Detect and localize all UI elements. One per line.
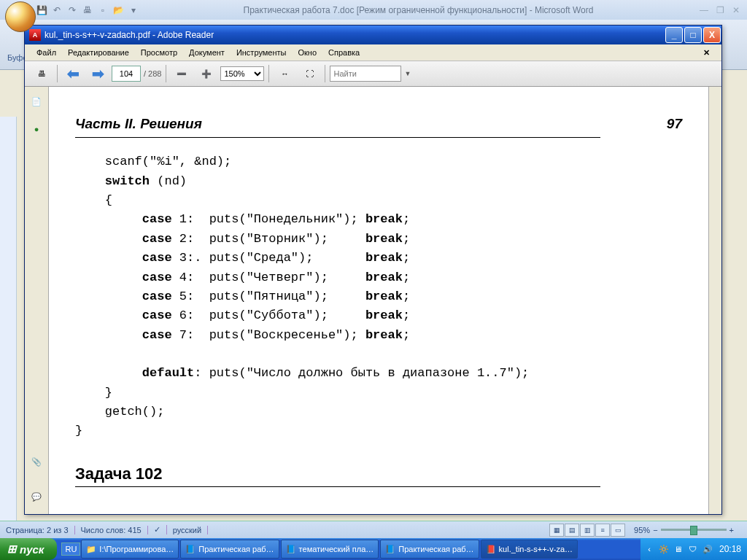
word-titlebar: 💾 ↶ ↷ 🖶 ▫ 📂 ▾ Практическая работа 7.doc …: [0, 0, 747, 20]
tray-volume-icon[interactable]: 🔊: [702, 543, 713, 555]
open-icon[interactable]: 📂: [112, 4, 125, 17]
language-indicator[interactable]: RU: [61, 542, 80, 556]
adobe-titlebar[interactable]: A kul._tin-s-s++-v-zadach.pdf - Adobe Re…: [25, 26, 721, 44]
vertical-ruler: [0, 117, 17, 521]
view-outline[interactable]: ≡: [595, 524, 610, 537]
taskbar-item-adobe[interactable]: 📕kul._tin-s-s++-v-za…: [481, 540, 578, 559]
redo-icon[interactable]: ↷: [66, 4, 79, 17]
view-full-reading[interactable]: ▤: [565, 524, 579, 537]
tray-icon-1[interactable]: 🔆: [658, 543, 670, 555]
taskbar-item-explorer[interactable]: 📁I:\Программирова…: [81, 540, 179, 559]
current-page-input[interactable]: [112, 66, 141, 82]
adobe-nav-panel: 📄 ● 📎 💬: [25, 87, 49, 514]
print-icon[interactable]: 🖶: [81, 4, 94, 17]
windows-taskbar: ⊞пуск RU 📁I:\Программирова… 📘Практическа…: [0, 538, 747, 560]
system-tray: ‹ 🔆 🖥 🛡 🔊 20:18: [640, 538, 747, 560]
pdf-page: Часть II. Решения 97 scanf("%i", &nd); s…: [49, 87, 708, 514]
adobe-menubar: Файл Редактирование Просмотр Документ Ин…: [25, 44, 721, 61]
adobe-maximize-button[interactable]: □: [684, 27, 702, 43]
find-input[interactable]: [330, 66, 401, 82]
zoom-out-button[interactable]: ➖: [171, 63, 193, 85]
attachments-icon[interactable]: 📎: [29, 454, 44, 469]
undo-icon[interactable]: ↶: [50, 4, 63, 17]
zoom-slider[interactable]: [661, 529, 727, 531]
save-icon[interactable]: 💾: [35, 4, 48, 17]
zoom-out-button[interactable]: −: [653, 526, 657, 534]
document-viewport[interactable]: Часть II. Решения 97 scanf("%i", &nd); s…: [49, 87, 708, 514]
view-print-layout[interactable]: ▦: [549, 524, 564, 537]
zoom-select[interactable]: 150%: [220, 66, 264, 81]
word-maximize-button[interactable]: ❐: [713, 4, 727, 16]
separator: [325, 65, 325, 82]
menu-file[interactable]: Файл: [31, 46, 62, 59]
next-page-button[interactable]: ➡: [87, 63, 109, 85]
tray-clock[interactable]: 20:18: [719, 544, 741, 554]
zoom-percent[interactable]: 95%: [634, 526, 650, 534]
help-panel-icon[interactable]: ●: [29, 122, 44, 136]
adobe-reader-window: A kul._tin-s-s++-v-zadach.pdf - Adobe Re…: [24, 25, 722, 515]
menu-window[interactable]: Окно: [292, 46, 322, 59]
status-page[interactable]: Страница: 2 из 3: [0, 526, 75, 534]
print-button[interactable]: 🖶: [31, 63, 53, 85]
fit-page-button[interactable]: ⛶: [298, 63, 320, 85]
tray-expand-icon[interactable]: ‹: [643, 543, 655, 555]
separator: [57, 65, 58, 82]
separator: [166, 65, 166, 82]
tray-icon-2[interactable]: 🖥: [673, 543, 684, 555]
word-close-button[interactable]: ✕: [729, 4, 743, 16]
menu-tools[interactable]: Инструменты: [231, 46, 293, 59]
qat-dropdown-icon[interactable]: ▾: [127, 4, 140, 17]
adobe-window-title: kul._tin-s-s++-v-zadach.pdf - Adobe Read…: [44, 30, 214, 40]
status-words[interactable]: Число слов: 415: [75, 526, 148, 534]
new-icon[interactable]: ▫: [96, 4, 109, 17]
tray-icon-3[interactable]: 🛡: [687, 543, 699, 555]
pages-panel-icon[interactable]: 📄: [29, 94, 44, 109]
vertical-scrollbar[interactable]: [708, 87, 721, 514]
taskbar-item-word-1[interactable]: 📘Практическая раб…: [180, 540, 279, 559]
menu-help[interactable]: Справка: [322, 46, 365, 59]
task-title: Задача 102: [75, 462, 682, 486]
code-block: scanf("%i", &nd); switch (nd) { case 1: …: [75, 152, 682, 440]
menu-view[interactable]: Просмотр: [135, 46, 183, 59]
task-rule: [75, 486, 600, 487]
comments-icon[interactable]: 💬: [29, 489, 44, 504]
office-button[interactable]: [5, 1, 36, 32]
find-dropdown-icon[interactable]: ▼: [404, 70, 411, 77]
status-proofing-icon[interactable]: ✓: [148, 525, 167, 534]
taskbar-item-word-2[interactable]: 📘тематический пла…: [281, 540, 379, 559]
adobe-doc-close-button[interactable]: ✕: [697, 46, 716, 60]
view-draft[interactable]: ▭: [611, 524, 625, 537]
zoom-in-button[interactable]: ➕: [196, 63, 217, 85]
menu-edit[interactable]: Редактирование: [62, 46, 135, 59]
word-statusbar: Страница: 2 из 3 Число слов: 415 ✓ русск…: [0, 521, 747, 538]
status-language[interactable]: русский: [167, 526, 208, 534]
zoom-in-button[interactable]: +: [729, 526, 734, 534]
separator: [268, 65, 269, 82]
header-rule: [75, 137, 600, 138]
quick-access-toolbar: 💾 ↶ ↷ 🖶 ▫ 📂 ▾: [35, 4, 140, 17]
fit-width-button[interactable]: ↔: [274, 63, 295, 85]
prev-page-button[interactable]: ⬅: [62, 63, 84, 85]
menu-document[interactable]: Документ: [183, 46, 231, 59]
view-web-layout[interactable]: ▥: [580, 524, 595, 537]
word-window-title: Практическая работа 7.doc [Режим огранич…: [140, 5, 697, 15]
taskbar-item-word-3[interactable]: 📘Практическая раб…: [380, 540, 479, 559]
adobe-toolbar: 🖶 ⬅ ➡ / 288 ➖ ➕ 150% ↔ ⛶ ▼: [25, 61, 721, 87]
word-minimize-button[interactable]: —: [697, 4, 711, 16]
section-title: Часть II. Решения: [75, 113, 202, 134]
page-number: 97: [667, 113, 682, 134]
adobe-close-button[interactable]: X: [703, 27, 721, 43]
adobe-app-icon: A: [29, 29, 41, 41]
start-button[interactable]: ⊞пуск: [0, 538, 57, 560]
total-pages-label: / 288: [144, 69, 161, 78]
adobe-minimize-button[interactable]: _: [665, 27, 683, 43]
